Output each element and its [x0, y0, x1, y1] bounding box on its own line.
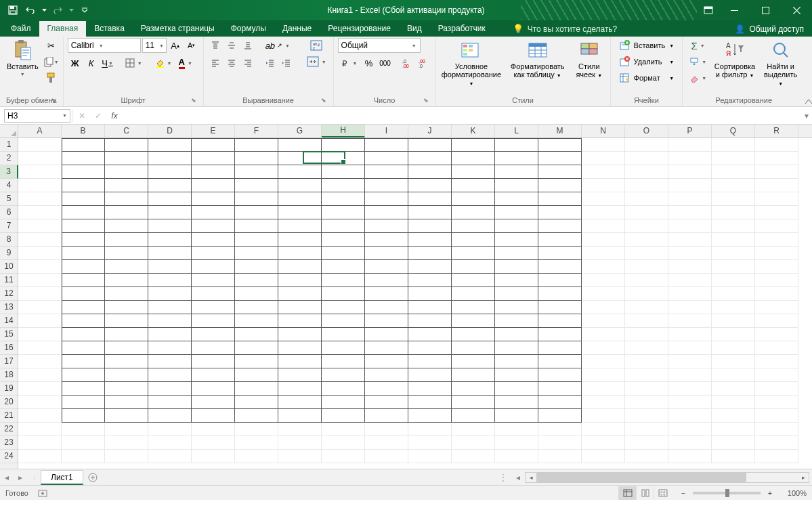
column-header[interactable]: N	[582, 125, 625, 137]
cell[interactable]	[18, 423, 62, 436]
cell[interactable]	[148, 301, 192, 314]
cell[interactable]	[712, 396, 755, 409]
cell[interactable]	[322, 247, 365, 260]
cell[interactable]	[105, 152, 148, 165]
cut-button[interactable]: ✂	[44, 38, 59, 53]
cell[interactable]	[365, 423, 408, 436]
cell[interactable]	[18, 260, 62, 274]
cell[interactable]	[365, 382, 408, 396]
cell[interactable]	[18, 165, 62, 179]
copy-button[interactable]: ▼	[44, 54, 59, 69]
cell[interactable]	[192, 328, 235, 341]
cell[interactable]	[18, 206, 62, 219]
cell[interactable]	[235, 450, 278, 463]
cell[interactable]	[62, 368, 105, 382]
cancel-icon[interactable]: ✕	[74, 109, 90, 123]
cell[interactable]	[452, 355, 495, 368]
cell[interactable]	[62, 152, 105, 165]
cell-styles-button[interactable]: Стили ячеек ▼	[572, 38, 606, 81]
cell[interactable]	[365, 274, 408, 287]
cell[interactable]	[148, 138, 192, 152]
column-header[interactable]: D	[148, 125, 192, 137]
cell[interactable]	[712, 287, 755, 301]
cell[interactable]	[235, 301, 278, 314]
cell[interactable]	[365, 355, 408, 368]
cell[interactable]	[452, 179, 495, 192]
cell[interactable]	[192, 423, 235, 436]
cell[interactable]	[668, 152, 712, 165]
column-header[interactable]: R	[755, 125, 798, 137]
cell[interactable]	[668, 368, 712, 382]
column-header[interactable]: G	[278, 125, 322, 137]
cell[interactable]	[105, 192, 148, 206]
cell[interactable]	[538, 152, 582, 165]
cell[interactable]	[408, 247, 452, 260]
cell[interactable]	[495, 287, 538, 301]
cell[interactable]	[582, 247, 625, 260]
format-cells-button[interactable]: Формат▼	[615, 70, 679, 85]
column-header[interactable]: F	[235, 125, 278, 137]
cell[interactable]	[452, 436, 495, 450]
cell[interactable]	[538, 328, 582, 341]
cell[interactable]	[105, 301, 148, 314]
cell[interactable]	[712, 382, 755, 396]
cell[interactable]	[365, 409, 408, 423]
tell-me-search[interactable]: 💡Что вы хотите сделать?	[507, 21, 623, 37]
cell[interactable]	[365, 436, 408, 450]
cell[interactable]	[538, 436, 582, 450]
increase-indent-button[interactable]	[279, 56, 294, 70]
formula-input[interactable]	[123, 109, 801, 123]
cell[interactable]	[668, 219, 712, 233]
cell[interactable]	[712, 219, 755, 233]
cell[interactable]	[452, 247, 495, 260]
cell[interactable]	[18, 274, 62, 287]
column-header[interactable]: E	[192, 125, 235, 137]
column-header[interactable]: M	[538, 125, 582, 137]
cell[interactable]	[278, 396, 322, 409]
cell[interactable]	[712, 314, 755, 328]
sort-filter-button[interactable]: АЯ Сортировка и фильтр ▼	[712, 38, 758, 81]
cell[interactable]	[322, 355, 365, 368]
column-header[interactable]: K	[452, 125, 495, 137]
cell[interactable]	[192, 219, 235, 233]
cell[interactable]	[62, 219, 105, 233]
cell[interactable]	[755, 192, 798, 206]
cell[interactable]	[625, 260, 668, 274]
cell[interactable]	[625, 355, 668, 368]
autosum-button[interactable]: Σ▼	[687, 38, 709, 53]
cell[interactable]	[452, 274, 495, 287]
undo-dropdown-icon[interactable]	[41, 3, 47, 18]
zoom-thumb[interactable]	[725, 489, 729, 497]
save-icon[interactable]	[5, 3, 20, 18]
cell[interactable]	[278, 328, 322, 341]
cell[interactable]	[755, 341, 798, 355]
cell[interactable]	[235, 247, 278, 260]
cell[interactable]	[755, 409, 798, 423]
conditional-format-button[interactable]: Условное форматирование ▼	[440, 38, 503, 89]
cell[interactable]	[408, 206, 452, 219]
cell[interactable]	[322, 450, 365, 463]
cell[interactable]	[755, 247, 798, 260]
cell[interactable]	[105, 165, 148, 179]
cell[interactable]	[668, 314, 712, 328]
cell[interactable]	[62, 423, 105, 436]
cell[interactable]	[278, 382, 322, 396]
cell[interactable]	[582, 450, 625, 463]
cell[interactable]	[582, 436, 625, 450]
cell[interactable]	[712, 423, 755, 436]
cell[interactable]	[192, 192, 235, 206]
cell[interactable]	[668, 165, 712, 179]
cell[interactable]	[148, 206, 192, 219]
cell[interactable]	[192, 341, 235, 355]
cell[interactable]	[712, 436, 755, 450]
cell[interactable]	[625, 165, 668, 179]
decrease-decimal-button[interactable]: ,00,0	[416, 56, 431, 70]
cell[interactable]	[538, 423, 582, 436]
cell[interactable]	[712, 341, 755, 355]
cell[interactable]	[235, 274, 278, 287]
cell[interactable]	[625, 450, 668, 463]
cell[interactable]	[408, 396, 452, 409]
cell[interactable]	[625, 192, 668, 206]
accounting-button[interactable]: ₽▼	[338, 56, 360, 70]
cell[interactable]	[495, 436, 538, 450]
